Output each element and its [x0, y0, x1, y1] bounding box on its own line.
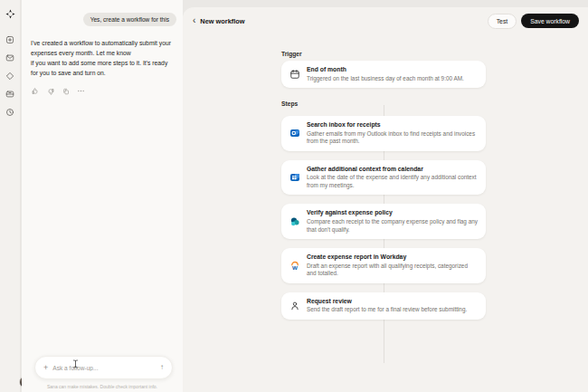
step-card-gather-context[interactable]: Gather additional context from calendar …	[281, 160, 486, 196]
person-icon	[289, 300, 300, 311]
step-card-create-report[interactable]: W Create expense report in Workday Draft…	[281, 248, 486, 283]
step-description: Gather emails from my Outlook inbox to f…	[307, 130, 478, 146]
chat-input[interactable]	[52, 365, 156, 371]
trigger-section-label: Trigger	[281, 51, 486, 57]
workflow-canvas: Trigger End of month Triggered on the la…	[281, 51, 486, 320]
disclaimer-text: Sana can make mistakes. Double check imp…	[22, 384, 183, 389]
workday-icon: W	[289, 260, 300, 272]
more-options-icon[interactable]	[77, 87, 85, 95]
trigger-description: Triggered on the last business day of ea…	[307, 75, 478, 83]
copy-icon[interactable]	[62, 87, 70, 95]
step-title: Verify against expense policy	[307, 209, 478, 215]
inbox-icon[interactable]	[4, 51, 17, 64]
logo-icon[interactable]	[4, 7, 17, 21]
chat-panel: Yes, create a workflow for this I've cre…	[22, 0, 183, 392]
attach-plus-icon[interactable]: +	[43, 364, 48, 372]
outlook-calendar-icon	[289, 172, 300, 184]
text-cursor-icon	[72, 356, 79, 372]
chevron-left-icon[interactable]: ‹	[193, 16, 195, 26]
step-title: Search inbox for receipts	[307, 121, 478, 128]
step-description: Compare each receipt to the company expe…	[307, 218, 478, 234]
send-arrow-icon[interactable]: ↑	[160, 364, 164, 371]
message-feedback-row	[31, 87, 85, 95]
step-title: Create expense report in Workday	[307, 253, 478, 260]
new-item-icon[interactable]	[4, 33, 17, 46]
step-description: Look at the date of the expense and iden…	[307, 174, 478, 189]
trigger-card[interactable]: End of month Triggered on the last busin…	[281, 61, 486, 88]
steps-section-label: Steps	[281, 100, 486, 107]
step-description: Send the draft report to me for a final …	[307, 306, 478, 314]
sharepoint-icon	[289, 215, 300, 227]
calendar-icon	[289, 69, 300, 81]
step-card-request-review[interactable]: Request review Send the draft report to …	[281, 292, 486, 320]
workflow-title: New workflow	[200, 17, 244, 25]
outlook-icon	[289, 128, 300, 139]
library-icon[interactable]	[4, 87, 17, 100]
thumbs-down-icon[interactable]	[46, 87, 54, 95]
trigger-title: End of month	[307, 66, 478, 72]
step-description: Draft an expense report with all qualify…	[307, 263, 478, 278]
step-card-verify-policy[interactable]: Verify against expense policy Compare ea…	[281, 204, 486, 239]
step-card-search-inbox[interactable]: Search inbox for receipts Gather emails …	[281, 116, 486, 151]
history-icon[interactable]	[4, 105, 17, 119]
step-title: Request review	[307, 298, 478, 304]
assistant-message: I've created a workflow to automatically…	[31, 38, 173, 78]
svg-text:W: W	[292, 264, 298, 271]
explore-icon[interactable]	[4, 69, 17, 82]
workflow-panel: ‹ New workflow Test Save workflow Trigge…	[183, 7, 588, 392]
save-workflow-button[interactable]: Save workflow	[521, 14, 579, 28]
chat-input-bar[interactable]: + ↑	[34, 356, 173, 379]
workflow-header: ‹ New workflow Test Save workflow	[193, 13, 579, 29]
app-sidebar	[0, 0, 21, 392]
step-title: Gather additional context from calendar	[307, 166, 478, 172]
thumbs-up-icon[interactable]	[31, 87, 39, 95]
user-message-bubble: Yes, create a workflow for this	[83, 13, 176, 26]
test-button[interactable]: Test	[488, 14, 517, 29]
